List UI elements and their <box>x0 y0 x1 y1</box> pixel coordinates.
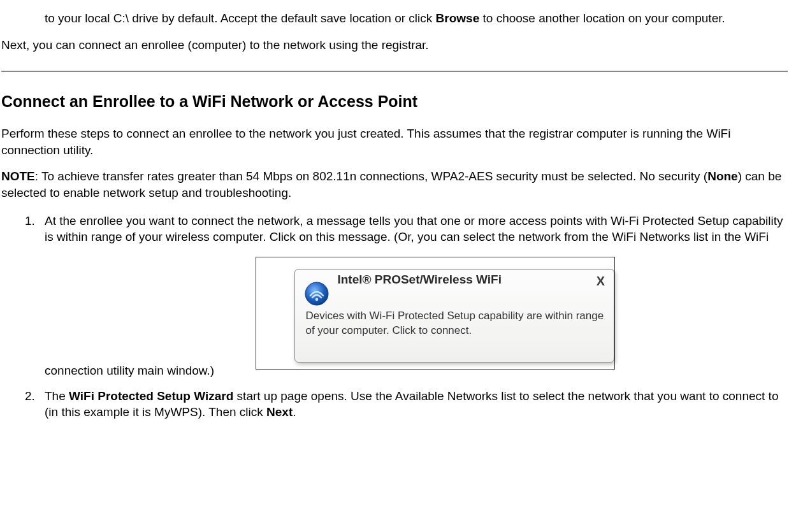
wps-notification-balloon[interactable]: Intel® PROSet/Wireless WiFi Devices with… <box>294 269 614 363</box>
steps-list: At the enrollee you want to connect the … <box>1 213 788 421</box>
partial-previous-step: to your local C:\ drive by default. Acce… <box>45 10 781 27</box>
section-intro: Perform these steps to connect an enroll… <box>1 126 788 158</box>
section-divider <box>1 71 788 72</box>
none-label: None <box>707 169 738 183</box>
text-fragment: to your local C:\ drive by default. Acce… <box>45 11 436 25</box>
svg-point-1 <box>315 298 318 301</box>
text-fragment: to choose another location on your compu… <box>479 11 725 25</box>
note-label: NOTE <box>1 169 35 183</box>
step-2: The WiFi Protected Setup Wizard start up… <box>38 388 788 421</box>
transition-paragraph: Next, you can connect an enrollee (compu… <box>1 37 788 54</box>
text-fragment: : To achieve transfer rates greater than… <box>35 169 707 183</box>
wifi-icon <box>304 281 329 306</box>
text-fragment: . <box>293 405 296 419</box>
note-paragraph: NOTE: To achieve transfer rates greater … <box>1 168 788 201</box>
close-icon[interactable]: X <box>593 275 607 289</box>
section-heading: Connect an Enrollee to a WiFi Network or… <box>1 91 788 113</box>
svg-point-0 <box>305 282 328 305</box>
wizard-name: WiFi Protected Setup Wizard <box>69 389 233 403</box>
balloon-body: Devices with Wi-Fi Protected Setup capab… <box>305 309 604 338</box>
browse-label: Browse <box>436 11 480 25</box>
next-label: Next <box>266 405 293 419</box>
notification-screenshot: Intel® PROSet/Wireless WiFi Devices with… <box>256 257 615 370</box>
text-fragment: The <box>45 389 69 403</box>
step-1: At the enrollee you want to connect the … <box>38 213 788 379</box>
